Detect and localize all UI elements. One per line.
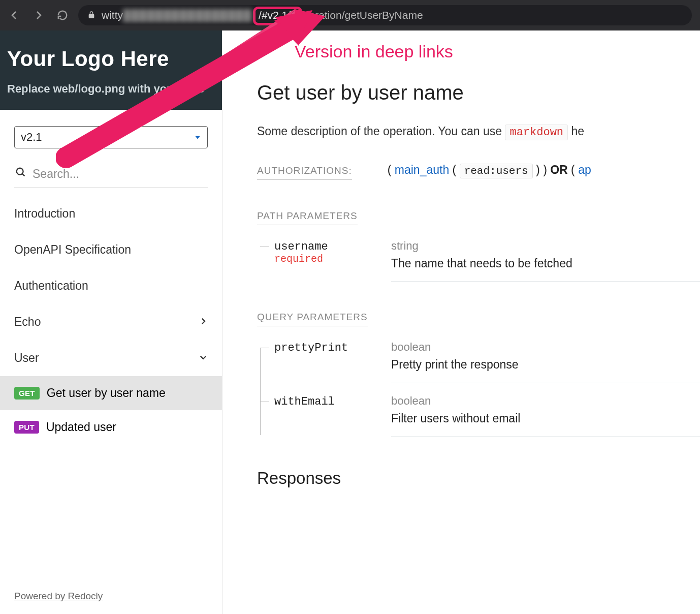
sidebar-item-label: Introduction [14, 207, 75, 221]
sidebar-item-label: User [14, 351, 39, 365]
path-parameters-label: PATH PARAMETERS [257, 210, 358, 225]
logo-block: Your Logo Here Replace web/logo.png with… [0, 30, 222, 110]
caret-down-icon [194, 131, 201, 144]
param-desc: The name that needs to be fetched [391, 257, 700, 270]
logo-title: Your Logo Here [7, 47, 215, 71]
search-icon [15, 167, 26, 181]
sidebar-subitem-label: Get user by user name [47, 386, 166, 400]
sidebar-item-openapi-specification[interactable]: OpenAPI Specification [0, 232, 222, 268]
auth-scope: read:users [460, 164, 533, 178]
param-type: string [391, 239, 700, 253]
sidebar-subitem-get-user[interactable]: GET Get user by user name [0, 376, 222, 410]
sidebar-subitem-label: Updated user [46, 420, 116, 434]
forward-icon[interactable] [33, 9, 45, 21]
auth-api-link[interactable]: ap [578, 163, 591, 176]
responses-heading: Responses [257, 469, 700, 488]
page-title: Get user by user name [257, 81, 700, 104]
sidebar-subitem-updated-user[interactable]: PUT Updated user [0, 410, 222, 444]
param-name: prettyPrint [274, 342, 348, 354]
required-badge: required [274, 253, 391, 265]
svg-point-5 [17, 168, 23, 175]
annotation-label: Version in deep links [295, 42, 453, 62]
http-method-badge: GET [14, 387, 40, 400]
param-row-prettyprint: prettyPrint boolean Pretty print the res… [259, 341, 700, 394]
sidebar-item-authentication[interactable]: Authentication [0, 268, 222, 304]
powered-by-link[interactable]: Powered by Redocly [0, 581, 222, 614]
authorizations-row: AUTHORIZATIONS: ( main_auth ( read:users… [257, 163, 700, 191]
code-markdown: markdown [505, 125, 568, 140]
url-highlight: /#v2.1/o [253, 7, 302, 25]
query-parameters-block: QUERY PARAMETERS prettyPrint boolean Pre… [257, 312, 700, 448]
url-prefix: witty [102, 9, 123, 21]
browser-nav-buttons [8, 9, 68, 21]
svg-marker-4 [195, 136, 200, 139]
browser-bar: witty████████████████/#v2.1/operation/ge… [0, 0, 700, 30]
param-type: boolean [391, 394, 700, 408]
svg-line-6 [22, 174, 25, 176]
param-row-withemail: withEmail boolean Filter users without e… [259, 394, 700, 448]
url-suffix: peration/getUserByName [303, 9, 423, 21]
sidebar-item-label: Echo [14, 315, 41, 329]
query-parameters-label: QUERY PARAMETERS [257, 312, 368, 326]
sidebar: Your Logo Here Replace web/logo.png with… [0, 30, 222, 614]
sidebar-item-label: Authentication [14, 279, 88, 293]
param-desc: Pretty print the response [391, 358, 700, 372]
authorizations-value: ( main_auth ( read:users ) ) OR ( ap [388, 163, 591, 177]
chevron-right-icon [199, 315, 208, 329]
logo-subtitle: Replace web/logo.png with your logo [7, 82, 215, 96]
param-desc: Filter users without email [391, 412, 700, 425]
reload-icon[interactable] [57, 10, 68, 21]
auth-main-link[interactable]: main_auth [395, 163, 449, 176]
main-content: Get user by user name Some description o… [222, 30, 700, 614]
version-select[interactable]: v2.1 [14, 126, 208, 148]
sidebar-item-user[interactable]: User [0, 340, 222, 376]
chevron-down-icon [199, 351, 208, 365]
lock-icon [87, 9, 96, 21]
version-select-value: v2.1 [21, 131, 42, 144]
sidebar-item-label: OpenAPI Specification [14, 243, 131, 257]
search-box[interactable] [14, 161, 208, 188]
back-icon[interactable] [8, 9, 20, 21]
path-parameters-block: PATH PARAMETERS username required string… [257, 210, 700, 293]
nav-list: Introduction OpenAPI Specification Authe… [0, 191, 222, 581]
param-row-username: username required string The name that n… [259, 239, 700, 293]
authorizations-label: AUTHORIZATIONS: [257, 165, 352, 180]
http-method-badge: PUT [14, 421, 39, 434]
param-name: withEmail [274, 395, 335, 408]
param-name: username [274, 240, 328, 253]
sidebar-item-echo[interactable]: Echo [0, 304, 222, 340]
url-blurred: ████████████████ [123, 9, 252, 21]
address-bar[interactable]: witty████████████████/#v2.1/operation/ge… [78, 5, 692, 25]
operation-description: Some description of the operation. You c… [257, 125, 700, 139]
search-input[interactable] [33, 167, 207, 181]
param-type: boolean [391, 341, 700, 354]
sidebar-item-introduction[interactable]: Introduction [0, 196, 222, 232]
